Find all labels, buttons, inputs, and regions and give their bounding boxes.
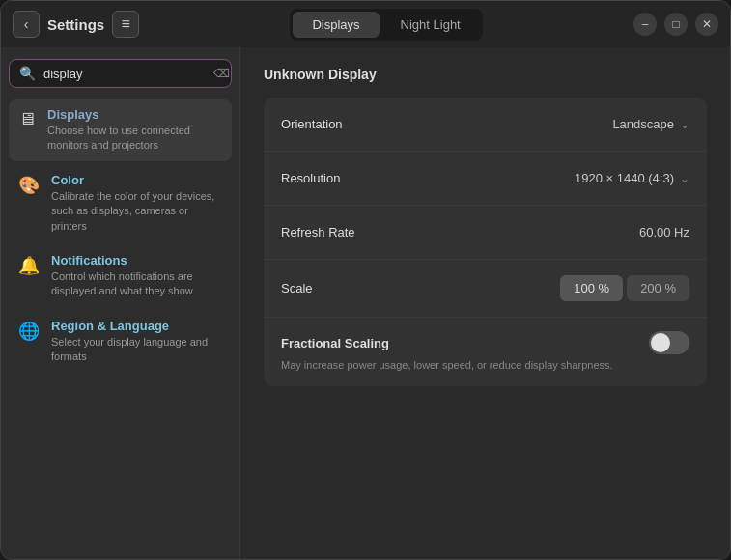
scale-100-button[interactable]: 100 % bbox=[560, 275, 623, 301]
sidebar-item-color-desc: Calibrate the color of your devices, suc… bbox=[51, 189, 222, 234]
settings-window: ‹ Settings ≡ Displays Night Light – □ ✕ … bbox=[0, 0, 731, 560]
color-icon: 🎨 bbox=[18, 175, 40, 196]
orientation-label: Orientation bbox=[281, 117, 612, 131]
titlebar-right: – □ ✕ bbox=[633, 13, 718, 36]
orientation-dropdown-arrow: ⌄ bbox=[680, 118, 689, 131]
sidebar-item-displays-title: Displays bbox=[47, 107, 222, 122]
sidebar: 🔍 ⌫ 🖥 Displays Choose how to use connect… bbox=[1, 47, 240, 559]
resolution-dropdown-arrow: ⌄ bbox=[680, 172, 689, 185]
search-input[interactable] bbox=[43, 67, 206, 81]
scale-row: Scale 100 % 200 % bbox=[264, 260, 707, 318]
tab-displays[interactable]: Displays bbox=[293, 12, 379, 38]
minimize-button[interactable]: – bbox=[633, 13, 657, 36]
toggle-knob bbox=[651, 333, 670, 352]
displays-icon: 🖥 bbox=[18, 109, 36, 129]
section-title: Unknown Display bbox=[264, 67, 707, 82]
tab-group: Displays Night Light bbox=[147, 9, 626, 41]
sidebar-item-region-title: Region & Language bbox=[51, 319, 222, 333]
resolution-value: 1920 × 1440 (4:3) bbox=[575, 171, 674, 185]
content-area: Unknown Display Orientation Landscape ⌄ … bbox=[240, 47, 730, 559]
sidebar-item-region-desc: Select your display language and formats bbox=[51, 335, 222, 365]
sidebar-item-color-title: Color bbox=[51, 173, 222, 187]
window-title: Settings bbox=[47, 16, 104, 33]
maximize-button[interactable]: □ bbox=[664, 13, 688, 36]
resolution-dropdown[interactable]: 1920 × 1440 (4:3) ⌄ bbox=[575, 171, 689, 185]
refresh-rate-label: Refresh Rate bbox=[281, 225, 639, 239]
sidebar-item-displays-desc: Choose how to use connected monitors and… bbox=[47, 124, 222, 154]
sidebar-item-region[interactable]: 🌐 Region & Language Select your display … bbox=[9, 311, 232, 373]
menu-button[interactable]: ≡ bbox=[112, 11, 139, 38]
scale-label: Scale bbox=[281, 281, 560, 295]
scale-buttons: 100 % 200 % bbox=[560, 275, 689, 301]
sidebar-item-displays[interactable]: 🖥 Displays Choose how to use connected m… bbox=[9, 99, 232, 161]
sidebar-item-notifications-desc: Control which notifications are displaye… bbox=[51, 269, 222, 299]
fractional-scaling-desc: May increase power usage, lower speed, o… bbox=[281, 358, 613, 373]
region-icon: 🌐 bbox=[18, 321, 40, 342]
clear-search-button[interactable]: ⌫ bbox=[213, 67, 230, 80]
fractional-scaling-title: Fractional Scaling bbox=[281, 336, 649, 350]
refresh-rate-value: 60.00 Hz bbox=[639, 225, 689, 239]
search-box: 🔍 ⌫ bbox=[9, 59, 232, 88]
notifications-icon: 🔔 bbox=[18, 255, 40, 276]
resolution-label: Resolution bbox=[281, 171, 575, 185]
resolution-row: Resolution 1920 × 1440 (4:3) ⌄ bbox=[264, 152, 707, 206]
orientation-dropdown[interactable]: Landscape ⌄ bbox=[612, 117, 689, 131]
refresh-rate-row: Refresh Rate 60.00 Hz bbox=[264, 206, 707, 260]
main-area: 🔍 ⌫ 🖥 Displays Choose how to use connect… bbox=[1, 47, 730, 559]
settings-card: Orientation Landscape ⌄ Resolution 1920 … bbox=[264, 98, 707, 386]
sidebar-item-notifications[interactable]: 🔔 Notifications Control which notificati… bbox=[9, 245, 232, 307]
titlebar-left: ‹ Settings ≡ bbox=[13, 11, 139, 38]
close-button[interactable]: ✕ bbox=[695, 13, 718, 36]
orientation-value: Landscape bbox=[612, 117, 674, 131]
back-button[interactable]: ‹ bbox=[13, 11, 40, 38]
tab-night-light[interactable]: Night Light bbox=[381, 12, 480, 38]
titlebar: ‹ Settings ≡ Displays Night Light – □ ✕ bbox=[1, 1, 730, 47]
fractional-scaling-row: Fractional Scaling May increase power us… bbox=[264, 318, 707, 386]
scale-200-button[interactable]: 200 % bbox=[627, 275, 689, 301]
search-icon: 🔍 bbox=[19, 66, 36, 81]
sidebar-item-notifications-title: Notifications bbox=[51, 253, 222, 267]
sidebar-item-color[interactable]: 🎨 Color Calibrate the color of your devi… bbox=[9, 165, 232, 241]
fractional-scaling-toggle[interactable] bbox=[649, 331, 689, 354]
orientation-row: Orientation Landscape ⌄ bbox=[264, 98, 707, 152]
